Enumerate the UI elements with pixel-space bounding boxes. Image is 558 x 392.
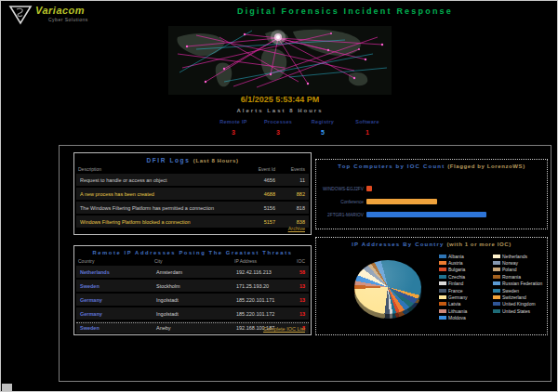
legend-item: Albania: [439, 253, 493, 259]
legend-item: Norway: [493, 259, 547, 266]
cell-country: Sweden: [80, 325, 156, 331]
metric-value: 3: [256, 129, 300, 136]
cell-ioc: 13: [285, 283, 305, 289]
legend-name: Austria: [448, 260, 463, 266]
threats-panel: Remote IP Addresses Posing The Greatest …: [73, 245, 312, 335]
legend-name: Switzerland: [502, 294, 526, 300]
legend-swatch: [493, 302, 500, 306]
page-title: Digital Forensics Incident Response: [206, 7, 485, 16]
col-events: Events: [275, 166, 305, 172]
pie-chart[interactable]: [354, 260, 421, 316]
legend-item: Russian Federation: [493, 281, 547, 287]
brand-name: Variacom: [35, 5, 88, 16]
bar[interactable]: [366, 199, 437, 204]
table-row: Request to handle or access an object465…: [76, 174, 309, 186]
top-computers-title: Top Computers by IOC Count (Flagged by L…: [316, 160, 547, 169]
bar-label: WINDOWS-EGJ2FV: [320, 187, 366, 191]
metric-tile[interactable]: Software1: [345, 119, 390, 136]
legend-name: Norway: [502, 260, 518, 266]
legend-name: Finland: [448, 281, 463, 286]
metric-value: 1: [345, 129, 390, 136]
bar-track: [366, 212, 541, 217]
cell-country: Netherlands: [80, 269, 156, 275]
bar-label: 2FTGR1-MARIOV: [320, 213, 366, 217]
col-description: Description: [78, 166, 238, 172]
archive-link[interactable]: Archive: [288, 226, 305, 231]
cell-description: Request to handle or access an object: [80, 177, 238, 183]
cell-city: Ingolstadt: [156, 311, 236, 317]
threats-table-body: NetherlandsAmsterdam192.42.116.21358Swed…: [74, 266, 311, 333]
legend-swatch: [439, 281, 446, 285]
legend-item: Netherlands: [493, 253, 547, 259]
legend-swatch: [493, 268, 500, 271]
table-row: The Windows Filtering Platform has permi…: [76, 202, 309, 214]
cell-ip-address: 185.220.101.171: [236, 297, 285, 303]
legend-swatch: [493, 289, 500, 293]
legend-swatch: [439, 289, 446, 293]
legend-name: Germany: [448, 294, 468, 300]
cell-description: A new process has been created: [80, 191, 238, 197]
table-row: GermanyIngolstadt185.220.101.17213: [76, 307, 309, 320]
cell-city: Stockholm: [156, 283, 236, 289]
legend-name: Sweden: [502, 288, 519, 294]
metric-value: 3: [211, 129, 256, 136]
legend-item: Austria: [439, 259, 493, 266]
legend-name: United Kingdom: [502, 301, 536, 307]
metric-tile[interactable]: Remote IP3: [211, 119, 256, 136]
legend-swatch: [439, 316, 446, 320]
legend-name: Russian Federation: [502, 281, 542, 286]
cell-events: 818: [275, 205, 305, 211]
table-row: GermanyIngolstadt185.220.101.17113: [76, 294, 309, 306]
metric-label: Registry: [300, 119, 345, 124]
bar[interactable]: [366, 186, 372, 191]
legend-item: Latvia: [439, 301, 493, 307]
ip-by-country-title-text: IP Addresses By Country: [352, 242, 444, 247]
legend-item: Finland: [439, 281, 493, 287]
table-row: SwedenStockholm171.25.193.2013: [76, 280, 309, 292]
threats-table-header: Country City IP Address IOC: [74, 255, 311, 266]
legend-item: Switzerland: [493, 294, 547, 300]
cell-city: Amsterdam: [156, 269, 236, 275]
cell-country: Germany: [80, 297, 156, 303]
cell-event-id: 5156: [238, 205, 275, 211]
top-computers-panel: Top Computers by IOC Count (Flagged by L…: [315, 159, 548, 229]
dfir-table-body: Request to handle or access an object465…: [74, 174, 311, 228]
legend-swatch: [439, 302, 446, 306]
legend-item: Czechia: [439, 273, 493, 280]
bar-label: Conference: [320, 200, 366, 204]
table-row: A new process has been created4688882: [76, 188, 309, 200]
bar[interactable]: [366, 212, 486, 217]
metric-value: 5: [300, 129, 345, 136]
metric-tile[interactable]: Registry5: [300, 119, 345, 136]
legend-swatch: [493, 309, 500, 313]
dashboard-root: Variacom Cyber Solutions Digital Forensi…: [0, 0, 558, 392]
legend-name: Bulgaria: [448, 267, 465, 272]
legend-swatch: [439, 268, 446, 271]
cell-ip-address: 192.42.116.213: [236, 269, 285, 275]
cell-events: 882: [275, 191, 305, 197]
alerts-period-label: Alerts Last 8 Hours: [1, 108, 558, 113]
legend-swatch: [439, 261, 446, 265]
cell-ioc: 58: [285, 269, 305, 275]
complete-ioc-list-link[interactable]: Complete IOC List: [263, 326, 305, 332]
metric-label: Processes: [256, 119, 300, 124]
legend-item: Moldova: [439, 315, 493, 321]
metric-tile[interactable]: Processes3: [256, 119, 300, 136]
legend-name: Romania: [502, 274, 521, 280]
legend-item: Romania: [493, 273, 547, 280]
legend-column: AlbaniaAustriaBulgariaCzechiaFinlandFran…: [439, 253, 493, 321]
dfir-table-header: Description Event Id Events: [74, 163, 311, 174]
legend-swatch: [439, 309, 446, 313]
bar-row: Conference: [320, 199, 541, 204]
metric-label: Software: [345, 119, 390, 124]
legend-item: Germany: [439, 294, 493, 300]
legend-item: Bulgaria: [439, 267, 493, 273]
col-event-id: Event Id: [238, 166, 275, 172]
ip-by-country-panel: IP Addresses By Country (with 1 or more …: [315, 237, 548, 335]
legend-name: Moldova: [448, 315, 466, 320]
cell-city: Aneby: [156, 325, 236, 331]
scroll-corner: [2, 384, 12, 391]
cell-description: Windows Filtering Platform blocked a con…: [80, 219, 238, 225]
dfir-logs-title-text: DFIR Logs: [146, 157, 190, 163]
brand-tagline: Cyber Solutions: [48, 17, 88, 22]
